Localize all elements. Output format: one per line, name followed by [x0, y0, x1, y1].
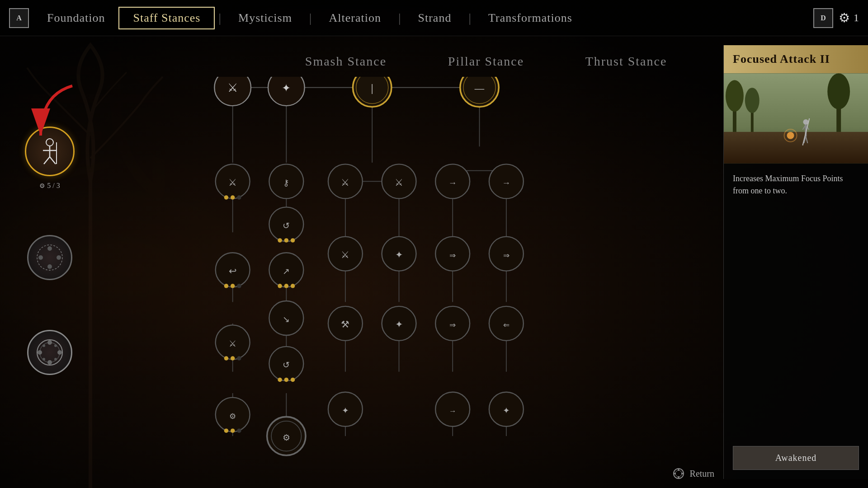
nav-item-mysticism[interactable]: Mysticism	[225, 8, 306, 28]
stance-label-thrust: Thrust Stance	[581, 54, 671, 69]
character-node-active[interactable]: ⚙ 5 / 3	[25, 127, 75, 176]
svg-text:⚷: ⚷	[283, 178, 289, 188]
svg-text:→: →	[502, 178, 510, 188]
nav-items: Foundation Staff Stances | Mysticism | A…	[33, 7, 813, 29]
character-node-2[interactable]	[27, 235, 72, 280]
nav-right: D ⚙ 1	[813, 8, 859, 28]
decorated-node-icon-1	[34, 242, 66, 273]
nav-sep-1: |	[215, 11, 225, 25]
svg-point-12	[47, 264, 52, 269]
svg-text:⇒: ⇒	[503, 251, 509, 260]
svg-point-107	[231, 356, 235, 360]
svg-point-22	[42, 344, 45, 347]
svg-text:✦: ✦	[282, 82, 291, 94]
svg-text:⇐: ⇐	[503, 321, 509, 329]
svg-point-13	[38, 255, 43, 260]
character-icon	[38, 138, 61, 165]
nav-item-transformations[interactable]: Transformations	[475, 8, 586, 28]
svg-point-156	[675, 470, 682, 477]
nav-right-key[interactable]: D	[813, 8, 833, 28]
svg-text:⚔: ⚔	[395, 177, 403, 188]
svg-text:↘: ↘	[283, 314, 290, 324]
svg-point-90	[237, 284, 241, 288]
nav-sep-4: |	[465, 11, 475, 25]
svg-point-106	[224, 356, 228, 360]
svg-point-19	[38, 350, 42, 355]
main-content: ⚙ 5 / 3	[0, 36, 868, 488]
character-node-3[interactable]	[27, 330, 72, 375]
svg-text:⚙: ⚙	[283, 433, 290, 442]
nav-item-strand[interactable]: Strand	[405, 8, 465, 28]
nav-sep-2: |	[306, 11, 316, 25]
svg-point-126	[224, 428, 228, 432]
skill-tree-svg: ⚔ ✦ | — ⚔ ⚷ ↺ ⚔	[118, 77, 723, 479]
svg-point-69	[231, 195, 235, 199]
svg-text:—: —	[474, 83, 485, 94]
stance-headers: Smash Stance Pillar Stance Thrust Stance	[99, 54, 723, 69]
svg-text:✦: ✦	[503, 406, 510, 415]
svg-point-23	[42, 358, 45, 361]
svg-point-18	[47, 360, 52, 365]
nav-sep-3: |	[395, 11, 405, 25]
svg-point-113	[278, 378, 282, 382]
svg-text:→: →	[449, 407, 457, 415]
svg-point-127	[231, 428, 235, 432]
svg-point-77	[291, 238, 295, 242]
svg-point-158	[678, 476, 679, 478]
nav-item-alteration[interactable]: Alteration	[315, 8, 394, 28]
panel-status-button[interactable]: Awakened	[733, 446, 859, 470]
svg-point-3	[46, 139, 53, 146]
svg-text:⚔: ⚔	[228, 177, 237, 188]
nav-item-staff-stances[interactable]: Staff Stances	[118, 7, 215, 29]
svg-point-17	[57, 350, 62, 355]
svg-point-89	[231, 284, 235, 288]
svg-point-95	[291, 284, 295, 288]
svg-line-7	[50, 157, 56, 164]
svg-point-94	[284, 284, 288, 288]
svg-point-68	[224, 195, 228, 199]
svg-point-93	[278, 284, 282, 288]
panel-title-bar: Focused Attack II	[724, 45, 868, 73]
stance-label-smash: Smash Stance	[301, 54, 391, 69]
panel-title: Focused Attack II	[733, 52, 859, 66]
svg-point-21	[54, 358, 57, 361]
svg-point-114	[284, 378, 288, 382]
svg-rect-139	[724, 132, 868, 164]
svg-point-115	[291, 378, 295, 382]
svg-point-88	[224, 284, 228, 288]
svg-text:↗: ↗	[283, 267, 290, 276]
svg-text:⇒: ⇒	[449, 251, 456, 260]
svg-point-75	[278, 238, 282, 242]
svg-text:↩: ↩	[229, 266, 237, 277]
node-skill-count: ⚙ 5 / 3	[39, 182, 60, 190]
svg-text:⚙: ⚙	[229, 412, 236, 421]
return-icon	[672, 468, 685, 479]
svg-point-128	[237, 428, 241, 432]
stance-label-pillar: Pillar Stance	[441, 54, 531, 69]
nav-left-key[interactable]: A	[9, 8, 29, 28]
svg-text:→: →	[448, 178, 457, 188]
skill-tree: Smash Stance Pillar Stance Thrust Stance	[99, 45, 723, 479]
svg-text:⇒: ⇒	[449, 321, 456, 329]
svg-point-160	[681, 473, 683, 474]
svg-point-20	[54, 344, 57, 347]
currency-icon: ⚙	[839, 10, 850, 25]
svg-text:↺: ↺	[283, 221, 290, 230]
svg-point-159	[674, 473, 676, 474]
right-panel: Focused Attack II	[723, 45, 868, 479]
svg-text:⚔: ⚔	[341, 249, 349, 260]
stance-header-smash	[142, 54, 251, 69]
svg-point-76	[284, 238, 288, 242]
svg-text:✦: ✦	[395, 249, 403, 260]
svg-text:✦: ✦	[395, 319, 403, 330]
svg-point-10	[47, 246, 52, 251]
panel-description: Increases Maximum Focus Points from one …	[724, 164, 868, 437]
panel-scene	[724, 73, 868, 164]
currency-display: ⚙ 1	[839, 10, 859, 25]
svg-text:✦: ✦	[342, 406, 349, 415]
svg-point-11	[57, 255, 61, 260]
return-button[interactable]: Return	[672, 468, 714, 479]
nav-item-foundation[interactable]: Foundation	[33, 8, 118, 28]
navbar: A Foundation Staff Stances | Mysticism |…	[0, 0, 868, 36]
decorated-node-icon-2	[34, 337, 66, 368]
